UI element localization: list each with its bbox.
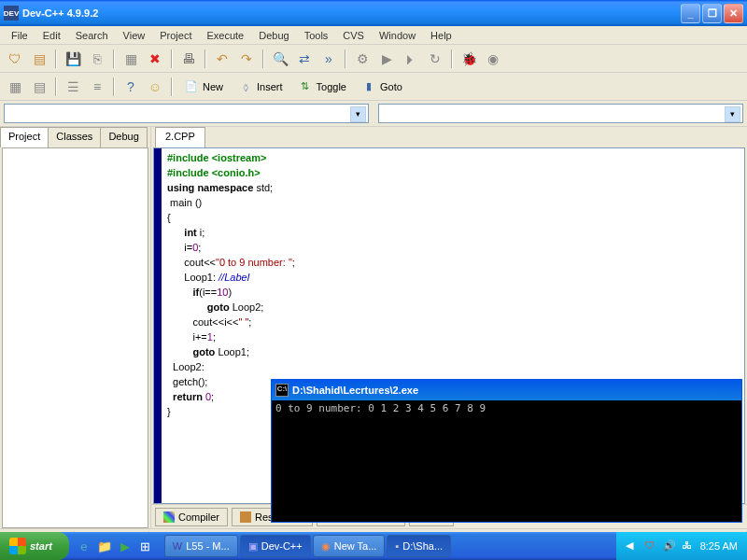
clock[interactable]: 8:25 AM <box>700 540 738 552</box>
replace-icon[interactable]: ⇄ <box>293 48 316 70</box>
goto-label: Goto <box>380 81 402 92</box>
file-tab[interactable]: 2.CPP <box>155 127 205 147</box>
grid2-icon[interactable]: ▤ <box>28 76 50 98</box>
resources-tab-icon <box>240 511 251 523</box>
tab-project[interactable]: Project <box>0 127 49 147</box>
menu-execute[interactable]: Execute <box>199 28 251 43</box>
media-icon[interactable]: ▶ <box>116 537 134 555</box>
print-icon[interactable]: 🖶 <box>177 48 200 70</box>
main-toolbar: 🛡 ▤ 💾 ⎘ ▦ ✖ 🖶 ↶ ↷ 🔍 ⇄ » ⚙ ▶ ⏵ ↻ 🐞 ◉ <box>0 45 747 73</box>
menu-view[interactable]: View <box>116 28 153 43</box>
new-file-icon: 📄 <box>184 79 199 94</box>
chrome-icon: ◉ <box>321 540 331 553</box>
tray-icon[interactable]: ◀ <box>626 539 639 553</box>
project-tree[interactable] <box>2 147 148 528</box>
menu-project[interactable]: Project <box>152 28 199 43</box>
task-item[interactable]: ◉New Ta... <box>313 535 386 557</box>
word-icon: W <box>173 540 182 552</box>
open-icon[interactable]: ▤ <box>28 48 50 70</box>
new-label: New <box>203 81 223 92</box>
menu-help[interactable]: Help <box>423 28 459 43</box>
grid-icon[interactable]: ▦ <box>4 76 26 98</box>
insert-label: Insert <box>257 81 283 92</box>
menu-search[interactable]: Search <box>68 28 116 43</box>
debug-icon[interactable]: 🐞 <box>458 48 480 70</box>
new-project-icon[interactable]: 🛡 <box>4 48 26 70</box>
close-file-icon[interactable]: ✖ <box>144 48 166 70</box>
gutter <box>154 148 162 503</box>
menubar: File Edit Search View Project Execute De… <box>0 26 747 45</box>
devcpp-icon: ▣ <box>248 540 258 553</box>
compile-icon[interactable]: ⚙ <box>351 48 374 70</box>
task-item[interactable]: WL55 - M... <box>164 535 238 557</box>
tab-debug[interactable]: Debug <box>100 127 147 147</box>
maximize-button[interactable]: ❐ <box>702 4 722 23</box>
redo-icon[interactable]: ↷ <box>235 48 258 70</box>
console-output: 0 to 9 number: 0 1 2 3 4 5 6 7 8 9 <box>272 400 741 416</box>
list2-icon[interactable]: ≡ <box>86 76 108 98</box>
compile-run-icon[interactable]: ⏵ <box>400 48 422 70</box>
windows-logo-icon <box>9 538 26 554</box>
minimize-button[interactable]: _ <box>681 4 700 23</box>
window-titlebar: DEV Dev-C++ 4.9.9.2 _ ❐ ✕ <box>0 0 747 26</box>
task-items: WL55 - M... ▣Dev-C++ ◉New Ta... ▪D:\Sha.… <box>161 535 616 557</box>
method-selector-dropdown[interactable] <box>378 104 743 123</box>
menu-debug[interactable]: Debug <box>251 28 296 43</box>
volume-icon[interactable]: 🔊 <box>663 539 676 553</box>
compiler-tab-icon <box>163 511 175 523</box>
class-selector-dropdown[interactable] <box>4 104 369 123</box>
selector-bar <box>0 101 747 127</box>
save-project-icon[interactable]: ▦ <box>120 48 142 70</box>
toggle-button[interactable]: ⇅ Toggle <box>291 77 353 97</box>
toggle-icon: ⇅ <box>298 79 313 94</box>
about-icon[interactable]: ☺ <box>144 76 166 98</box>
undo-icon[interactable]: ↶ <box>211 48 233 70</box>
console-title-text: D:\Shahid\Lecrtures\2.exe <box>292 385 418 396</box>
menu-tools[interactable]: Tools <box>297 28 336 43</box>
menu-edit[interactable]: Edit <box>35 28 68 43</box>
tab-classes[interactable]: Classes <box>48 127 101 147</box>
start-button[interactable]: start <box>0 532 69 560</box>
menu-file[interactable]: File <box>4 28 35 43</box>
toggle-label: Toggle <box>317 81 346 92</box>
taskbar: start e 📁 ▶ ⊞ WL55 - M... ▣Dev-C++ ◉New … <box>0 532 747 560</box>
save-all-icon[interactable]: ⎘ <box>86 48 108 70</box>
list-icon[interactable]: ☰ <box>62 76 84 98</box>
shield-icon[interactable]: 🛡 <box>644 539 657 553</box>
close-button[interactable]: ✕ <box>724 4 743 23</box>
save-icon[interactable]: 💾 <box>62 48 84 70</box>
insert-button[interactable]: ⎀ Insert <box>232 77 289 97</box>
goto-icon: ▮ <box>361 79 376 94</box>
insert-icon: ⎀ <box>238 79 253 94</box>
system-tray[interactable]: ◀ 🛡 🔊 🖧 8:25 AM <box>616 532 747 560</box>
ie-icon[interactable]: e <box>75 537 93 555</box>
tab-compiler[interactable]: Compiler <box>155 508 228 526</box>
task-item[interactable]: ▪D:\Sha... <box>387 535 451 557</box>
run-icon[interactable]: ▶ <box>375 48 398 70</box>
menu-cvs[interactable]: CVS <box>335 28 372 43</box>
new-button[interactable]: 📄 New <box>177 77 230 97</box>
window-title: Dev-C++ 4.9.9.2 <box>22 7 681 19</box>
quick-launch: e 📁 ▶ ⊞ <box>69 537 161 555</box>
sidebar: Project Classes Debug <box>0 127 151 528</box>
secondary-toolbar: ▦ ▤ ☰ ≡ ? ☺ 📄 New ⎀ Insert ⇅ Toggle ▮ Go… <box>0 73 747 101</box>
menu-window[interactable]: Window <box>372 28 423 43</box>
desktop-icon[interactable]: ⊞ <box>136 537 155 555</box>
app-icon: DEV <box>4 6 19 21</box>
goto-button[interactable]: ▮ Goto <box>355 77 409 97</box>
task-item[interactable]: ▣Dev-C++ <box>240 535 311 557</box>
help-icon[interactable]: ? <box>120 76 142 98</box>
network-icon[interactable]: 🖧 <box>682 539 695 553</box>
console-window[interactable]: C:\ D:\Shahid\Lecrtures\2.exe 0 to 9 num… <box>271 379 742 523</box>
cmd-icon: ▪ <box>395 540 399 552</box>
rebuild-icon[interactable]: ↻ <box>424 48 446 70</box>
profile-icon[interactable]: ◉ <box>482 48 504 70</box>
find-icon[interactable]: 🔍 <box>269 48 291 70</box>
explorer-icon[interactable]: 📁 <box>95 537 114 555</box>
console-titlebar[interactable]: C:\ D:\Shahid\Lecrtures\2.exe <box>272 380 741 400</box>
find-next-icon[interactable]: » <box>317 48 340 70</box>
console-icon: C:\ <box>275 384 289 397</box>
